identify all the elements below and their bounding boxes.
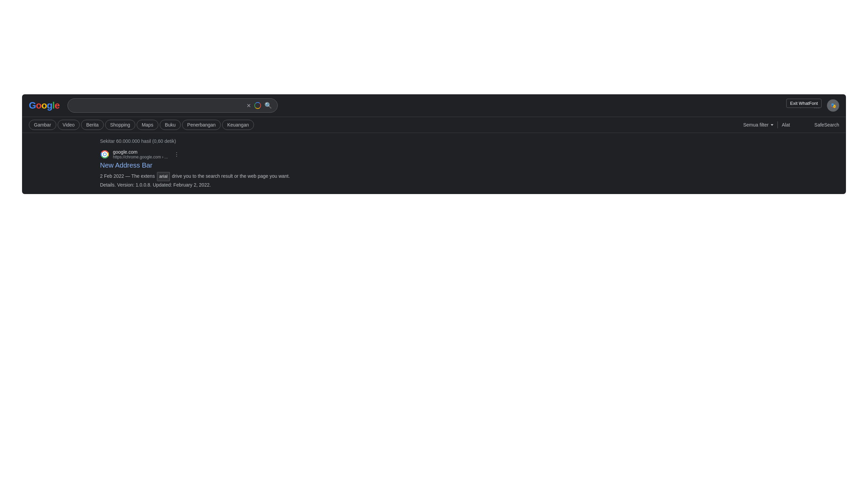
tab-penerbangan[interactable]: Penerbangan (182, 120, 221, 130)
tab-gambar[interactable]: Gambar (29, 120, 56, 130)
safesearch-button[interactable]: SafeSearch (814, 122, 839, 128)
snippet-text-before: — The extens (125, 173, 155, 179)
result-favicon (100, 149, 109, 159)
tab-buku[interactable]: Buku (160, 120, 181, 130)
tab-maps[interactable]: Maps (137, 120, 158, 130)
divider (777, 121, 778, 128)
result-url: https://chrome.google.com › ... (113, 155, 168, 159)
result-item: google.com https://chrome.google.com › .… (100, 149, 768, 188)
search-input[interactable]: address bar extension chrome (73, 103, 244, 108)
tab-keuangan[interactable]: Keuangan (222, 120, 254, 130)
tab-video[interactable]: Video (58, 120, 80, 130)
google-logo: Google (29, 100, 59, 111)
snippet-line2: Details. Version: 1.0.0.8. Updated: Febr… (100, 182, 211, 187)
snippet-date: 2 Feb 2022 (100, 173, 124, 179)
result-title-link[interactable]: New Address Bar (100, 161, 768, 169)
lens-icon[interactable] (254, 102, 262, 109)
filter-tabs-bar: Gambar Video Berita Shopping Maps Buku P… (22, 117, 846, 133)
semua-filter-label: Semua filter (743, 122, 769, 128)
results-area: Sekitar 60.000.000 hasil (0,60 detik) (22, 133, 846, 194)
filter-tabs-right: Semua filter Alat SafeSearch (743, 121, 839, 128)
clear-icon[interactable]: ✕ (246, 103, 251, 109)
browser-window: Google address bar extension chrome ✕ 🔍 … (22, 94, 846, 194)
exit-whatfont-tooltip: Exit WhatFont (786, 99, 822, 108)
result-snippet: 2 Feb 2022 — The extens arial drive you … (100, 172, 304, 188)
result-more-options-button[interactable]: ⋮ (174, 151, 179, 158)
tab-shopping[interactable]: Shopping (105, 120, 135, 130)
top-bar: Google address bar extension chrome ✕ 🔍 … (22, 94, 846, 117)
results-count: Sekitar 60.000.000 hasil (0,60 detik) (100, 139, 768, 144)
search-box[interactable]: address bar extension chrome ✕ 🔍 (67, 99, 278, 113)
chevron-down-icon (771, 124, 773, 126)
result-domain: google.com (113, 149, 168, 155)
search-icon[interactable]: 🔍 (265, 102, 272, 109)
arial-badge: arial (157, 172, 170, 181)
snippet-text-after: drive you to the search result or the we… (172, 173, 290, 179)
avatar[interactable]: 🎭 (827, 100, 839, 112)
alat-button[interactable]: Alat (782, 122, 790, 128)
top-bar-right: ⚙ Exit WhatFont (794, 100, 839, 112)
result-source-row: google.com https://chrome.google.com › .… (100, 149, 768, 159)
semua-filter-button[interactable]: Semua filter (743, 122, 773, 128)
result-source-info: google.com https://chrome.google.com › .… (113, 149, 168, 159)
svg-point-11 (103, 153, 106, 156)
tab-berita[interactable]: Berita (81, 120, 104, 130)
